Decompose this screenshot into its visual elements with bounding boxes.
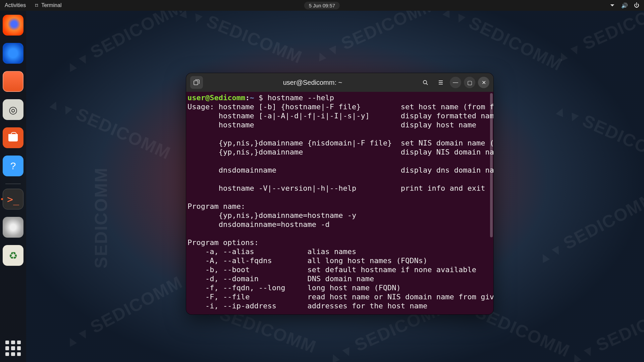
scroll-thumb[interactable] xyxy=(490,93,493,237)
output-line: dnsdomainname display dns domain name xyxy=(187,166,489,175)
output-line: dnsdomainname=hostname -d xyxy=(187,220,489,229)
show-applications-button[interactable] xyxy=(5,341,21,356)
removable-disk-icon[interactable] xyxy=(3,217,23,238)
search-icon xyxy=(422,79,428,85)
prompt-line: user@Sedicomm:~ $ hostname --help xyxy=(187,93,489,102)
hamburger-icon xyxy=(438,79,444,85)
volume-icon[interactable]: 🔊 xyxy=(621,2,628,9)
rhythmbox-icon[interactable]: ◎ xyxy=(3,99,23,120)
trash-icon[interactable]: ♻ xyxy=(3,245,23,266)
output-line: -A, --all-fqdns all long host names (FQD… xyxy=(187,256,489,265)
output-line xyxy=(187,193,489,202)
menu-button[interactable] xyxy=(434,76,447,89)
new-tab-button[interactable] xyxy=(190,76,203,89)
command-text: hostname --help xyxy=(267,94,334,102)
output-line: -f, --fqdn, --long long host name (FQDN) xyxy=(187,283,489,292)
terminal-icon[interactable]: >_ xyxy=(3,189,23,209)
network-icon[interactable]: ⏷ xyxy=(610,2,615,8)
output-line: Program options: xyxy=(187,238,489,247)
files-icon[interactable] xyxy=(3,71,23,92)
new-tab-icon xyxy=(194,79,200,85)
output-line xyxy=(187,229,489,238)
thunderbird-icon[interactable] xyxy=(3,43,23,64)
minimize-icon: — xyxy=(453,79,458,85)
firefox-icon[interactable] xyxy=(3,15,23,36)
output-line: Program name: xyxy=(187,202,489,211)
output-line: -d, --domain DNS domain name xyxy=(187,274,489,283)
search-button[interactable] xyxy=(419,76,432,89)
output-line: {yp,nis,}domainname {nisdomain|-F file} … xyxy=(187,138,489,147)
output-line: -i, --ip-address addresses for the host … xyxy=(187,301,489,310)
close-button[interactable]: ✕ xyxy=(478,77,489,88)
dock-separator xyxy=(5,184,21,184)
clock-button[interactable]: 5 Jun 09:57 xyxy=(304,2,340,9)
svg-point-1 xyxy=(423,80,427,84)
output-line: -a, --alias alias names xyxy=(187,247,489,256)
output-line: hostname -V|--version|-h|--help print in… xyxy=(187,184,489,193)
focused-app-name: Terminal xyxy=(41,2,61,8)
top-panel: Activities ⌑ Terminal 5 Jun 09:57 ⏷ 🔊 ⏻ xyxy=(0,0,644,11)
output-line xyxy=(187,129,489,138)
output-line: hostname display host name xyxy=(187,120,489,129)
help-icon[interactable]: ? xyxy=(3,156,23,176)
focused-app-indicator[interactable]: ⌑ Terminal xyxy=(35,2,61,9)
power-icon[interactable]: ⏻ xyxy=(634,2,639,8)
software-store-icon[interactable] xyxy=(3,127,23,148)
maximize-button[interactable]: ▢ xyxy=(464,77,475,88)
svg-rect-0 xyxy=(194,81,198,85)
close-icon: ✕ xyxy=(482,79,486,86)
output-line: -F, --file read host name or NIS domain … xyxy=(187,292,489,301)
maximize-icon: ▢ xyxy=(467,79,472,86)
svg-line-2 xyxy=(426,83,428,85)
terminal-body[interactable]: user@Sedicomm:~ $ hostname --help Usage:… xyxy=(186,92,493,314)
minimize-button[interactable]: — xyxy=(450,77,461,88)
window-title: user@Sedicomm: ~ xyxy=(206,79,419,86)
output-line: -b, --boot set default hostname if none … xyxy=(187,265,489,274)
output-line: {yp,nis,}domainname display NIS domain n… xyxy=(187,147,489,157)
terminal-output: Usage: hostname [-b] {hostname|-F file} … xyxy=(187,102,489,310)
dock: ◎ ? >_ ♻ xyxy=(0,11,26,362)
output-line xyxy=(187,157,489,166)
output-line xyxy=(187,175,489,184)
terminal-titlebar[interactable]: user@Sedicomm: ~ — ▢ ✕ xyxy=(186,73,493,92)
output-line: Usage: hostname [-b] {hostname|-F file} … xyxy=(187,102,489,111)
terminal-icon: ⌑ xyxy=(35,2,38,9)
output-line: hostname [-a|-A|-d|-f|-i|-I|-s|-y] displ… xyxy=(187,111,489,120)
output-line: {yp,nis,}domainname=hostname -y xyxy=(187,211,489,220)
activities-button[interactable]: Activities xyxy=(5,2,26,8)
terminal-window: user@Sedicomm: ~ — ▢ ✕ user@Sedicomm:~ $… xyxy=(186,73,493,314)
